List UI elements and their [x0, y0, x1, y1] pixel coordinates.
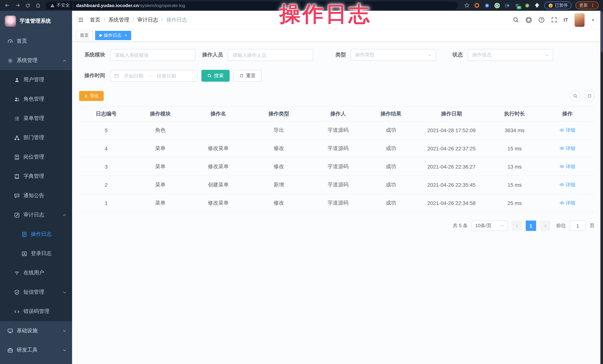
end-date-input[interactable]	[153, 73, 179, 78]
sidebar-item-operate-log[interactable]: 操作日志	[0, 225, 72, 244]
github-icon[interactable]	[525, 17, 532, 23]
browser-home-button[interactable]	[35, 3, 41, 8]
detail-link[interactable]: 详细	[559, 182, 575, 188]
page-content: 系统模块 操作人员 类型 操作类型	[72, 42, 600, 364]
cell-result: 成功	[368, 139, 414, 158]
extension-icon-green-check[interactable]	[524, 2, 530, 8]
sidebar-item-error-code-mgmt[interactable]: 错误码管理	[0, 302, 72, 321]
bookmark-star-icon[interactable]	[464, 2, 470, 8]
browser-forward-button[interactable]	[15, 3, 20, 8]
extension-icon-dark-on-badge[interactable]: on	[514, 2, 520, 8]
search-icon[interactable]	[512, 17, 519, 23]
start-date-input[interactable]	[121, 73, 147, 78]
avatar-caret-icon[interactable]	[591, 18, 595, 22]
extension-icon-green-v[interactable]	[494, 2, 500, 8]
browser-menu-icon[interactable]: ⋮	[590, 3, 595, 8]
breadcrumb-system-mgmt[interactable]: 系统管理	[100, 17, 129, 23]
user-avatar[interactable]	[574, 13, 585, 27]
detail-link[interactable]: 详细	[559, 200, 575, 206]
operator-input[interactable]	[228, 49, 313, 61]
cell-result: 成功	[368, 121, 414, 139]
breadcrumb-home[interactable]: 首页	[90, 17, 100, 23]
browser-reload-button[interactable]	[25, 3, 30, 8]
eye-icon	[559, 164, 564, 169]
extension-icon-blue-drop[interactable]	[484, 2, 490, 8]
sidebar-item-online-users[interactable]: 在线用户	[0, 263, 72, 283]
tab-close-icon[interactable]: ×	[125, 33, 127, 37]
sidebar-item-role-mgmt[interactable]: 角色管理	[0, 89, 72, 109]
smiley-icon	[548, 3, 553, 8]
type-select[interactable]: 操作类型	[351, 49, 436, 61]
page-scrollbar[interactable]	[600, 11, 603, 364]
help-icon[interactable]	[538, 17, 545, 23]
warning-triangle-icon	[50, 3, 55, 8]
sidebar-item-audit-log[interactable]: 审计日志	[0, 205, 72, 225]
goto-page-input[interactable]	[569, 221, 586, 231]
active-tab-dot-icon	[99, 34, 102, 37]
tab-operate-log[interactable]: 操作日志 ×	[95, 31, 131, 40]
cell-date: 2021-04-28 17:52:09	[414, 121, 489, 139]
chevron-up-icon	[62, 213, 67, 217]
module-label: 系统模块	[79, 52, 105, 58]
status-select[interactable]: 操作状态	[468, 49, 553, 61]
sidebar-item-menu-mgmt[interactable]: 菜单管理	[0, 109, 72, 128]
goto-label: 前往	[556, 222, 566, 229]
monitor-icon	[7, 328, 13, 334]
tab-home[interactable]: 首页	[76, 31, 93, 40]
col-type: 操作类型	[249, 107, 308, 121]
browser-back-button[interactable]	[4, 3, 10, 8]
sidebar-item-dict-mgmt[interactable]: 字典管理	[0, 167, 72, 186]
font-size-icon[interactable]: tT	[563, 17, 568, 23]
online-signal-icon	[14, 270, 20, 276]
paused-extension-chip[interactable]: 已暂停	[544, 1, 571, 9]
eye-icon	[559, 128, 564, 133]
page-button-1[interactable]: 1	[526, 221, 536, 231]
cell-date: 2021-04-26 22:37:25	[414, 139, 489, 158]
sidebar-item-sms-mgmt[interactable]: 短信管理	[0, 283, 72, 302]
reset-button[interactable]: 重置	[233, 70, 262, 82]
cell-log-id: 2	[79, 176, 133, 194]
module-input[interactable]	[110, 49, 196, 61]
next-page-button[interactable]	[540, 221, 550, 231]
extension-icon-white-puzzle[interactable]	[534, 2, 540, 8]
date-range-picker[interactable]: -	[110, 70, 197, 82]
breadcrumb-audit-log[interactable]: 审计日志	[129, 17, 158, 23]
sidebar-item-infrastructure[interactable]: 基础设施	[0, 321, 72, 341]
code-icon	[14, 309, 20, 314]
url-text: dashboard.yudao.iocoder.cn/system/log/op…	[76, 3, 185, 8]
extension-icon-blue-diamond[interactable]	[504, 2, 510, 8]
detail-link[interactable]: 详细	[559, 127, 575, 134]
col-operator: 操作人	[308, 107, 368, 121]
cell-name: 创建菜单	[187, 176, 249, 194]
operator-label: 操作人员	[202, 52, 223, 58]
browser-update-button[interactable]: 更新 ⋮	[576, 1, 599, 9]
sidebar-item-post-mgmt[interactable]: 岗位管理	[0, 147, 72, 167]
edit-square-icon	[14, 212, 20, 218]
sidebar-toggle-icon[interactable]	[78, 17, 84, 23]
menu-list-icon	[14, 115, 20, 121]
cell-name: 修改菜单	[187, 158, 249, 176]
export-button[interactable]: 导出	[79, 91, 104, 101]
scrollbar-thumb[interactable]	[601, 11, 603, 52]
security-warning[interactable]: 不安全	[50, 2, 70, 9]
prev-page-button[interactable]	[512, 221, 522, 231]
app-logo[interactable]: 芋道管理系统	[0, 11, 72, 32]
page-size-select[interactable]: 10条/页	[472, 221, 508, 231]
toggle-search-button[interactable]	[570, 91, 580, 101]
fullscreen-icon[interactable]	[551, 17, 557, 23]
refresh-table-button[interactable]	[584, 91, 594, 101]
extension-icon-orange-ring[interactable]	[474, 2, 480, 8]
detail-link[interactable]: 详细	[559, 145, 575, 152]
sidebar-item-user-mgmt[interactable]: 用户管理	[0, 70, 72, 89]
cell-log-id: 5	[79, 121, 133, 139]
search-button[interactable]: 搜索	[201, 70, 230, 82]
sidebar-item-home[interactable]: 首页	[0, 32, 72, 51]
address-bar[interactable]: 不安全 dashboard.yudao.iocoder.cn/system/lo…	[46, 1, 458, 10]
sidebar-item-login-log[interactable]: 登录日志	[0, 244, 72, 263]
sidebar-item-system-mgmt[interactable]: 系统管理	[0, 51, 72, 70]
table-row: 3 菜单 修改菜单 修改 芋道源码 成功 2021-04-26 22:36:27…	[79, 158, 594, 176]
detail-link[interactable]: 详细	[559, 163, 575, 170]
sidebar-item-notice[interactable]: 通知公告	[0, 186, 72, 205]
sidebar-item-dept-mgmt[interactable]: 部门管理	[0, 128, 72, 147]
sidebar-item-dev-tools[interactable]: 研发工具	[0, 341, 72, 360]
